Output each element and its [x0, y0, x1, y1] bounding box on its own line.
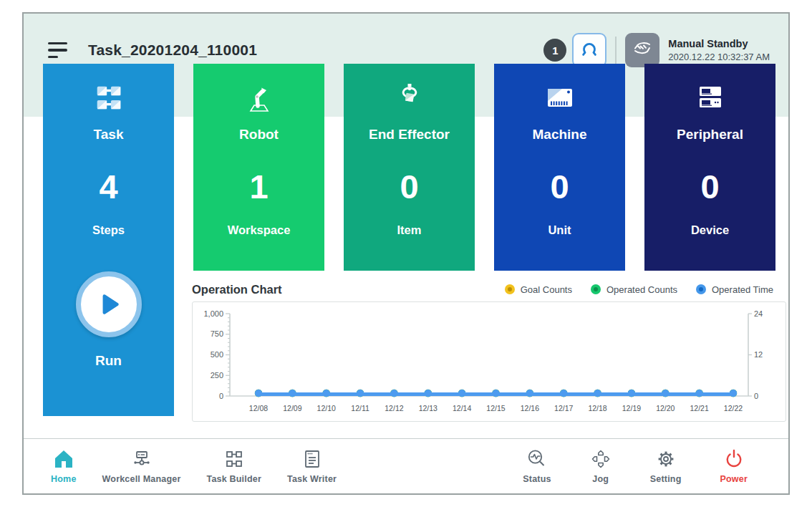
task-builder-icon [223, 448, 245, 470]
card-robot[interactable]: Robot 1 Workspace [193, 64, 324, 271]
task-steps-icon [92, 79, 125, 117]
nav-home[interactable]: Home [51, 448, 77, 484]
task-writer-icon [301, 448, 323, 470]
card-count: 0 [400, 170, 418, 203]
legend-operated-time: Operated Time [696, 284, 773, 295]
run-label: Run [95, 353, 122, 369]
svg-text:750: 750 [211, 329, 223, 338]
card-title: Task [94, 127, 124, 143]
chart-title: Operation Chart [192, 283, 282, 296]
card-title: Peripheral [677, 127, 743, 143]
card-unit: Device [691, 223, 729, 237]
svg-text:0: 0 [754, 392, 758, 400]
svg-text:12/14: 12/14 [453, 404, 471, 412]
play-icon [95, 291, 122, 318]
card-task[interactable]: Task 4 Steps Run [43, 64, 174, 416]
status-timestamp: 2020.12.22 10:32:37 AM [668, 52, 770, 63]
svg-text:12/13: 12/13 [419, 404, 438, 412]
power-icon [723, 448, 745, 470]
operation-chart-plot: 1,00075050025002412012/0812/0912/1012/11… [192, 301, 786, 422]
card-count: 0 [700, 170, 719, 203]
card-title: Machine [532, 127, 586, 143]
nav-jog[interactable]: Jog [590, 448, 612, 484]
jog-dpad-icon [590, 448, 612, 470]
nav-task-writer[interactable]: Task Writer [287, 448, 337, 484]
card-peripheral[interactable]: Peripheral 0 Device [644, 64, 775, 271]
header-divider [615, 37, 617, 64]
bottom-nav: Home Workcell Manager [24, 438, 788, 493]
svg-text:12/10: 12/10 [317, 404, 336, 412]
svg-text:1,000: 1,000 [203, 309, 223, 318]
legend-operated-counts: Operated Counts [591, 284, 677, 295]
gear-icon [655, 448, 677, 470]
card-unit: Item [397, 223, 422, 237]
svg-text:12: 12 [754, 350, 763, 359]
svg-text:12/15: 12/15 [486, 404, 505, 412]
nav-setting[interactable]: Setting [650, 448, 682, 484]
gripper-icon [579, 39, 600, 61]
status-pulse-icon [526, 448, 548, 470]
notification-badge: 1 [543, 39, 566, 62]
svg-text:12/17: 12/17 [554, 404, 573, 412]
svg-text:250: 250 [211, 371, 223, 380]
svg-text:12/11: 12/11 [351, 404, 369, 412]
nav-status[interactable]: Status [523, 448, 551, 484]
svg-text:12/19: 12/19 [622, 404, 641, 412]
svg-text:12/08: 12/08 [249, 404, 268, 412]
manual-mode-button[interactable] [625, 33, 659, 67]
peripheral-server-icon [692, 79, 728, 117]
workcell-manager-icon [131, 448, 153, 470]
card-count: 4 [99, 170, 117, 203]
card-unit: Unit [548, 223, 571, 237]
svg-text:12/16: 12/16 [521, 404, 539, 412]
svg-text:500: 500 [211, 350, 223, 359]
svg-text:12/12: 12/12 [385, 404, 403, 412]
run-button[interactable] [76, 271, 142, 337]
svg-text:24: 24 [754, 309, 763, 318]
card-unit: Steps [92, 223, 125, 237]
svg-text:12/21: 12/21 [690, 404, 709, 412]
card-title: Robot [239, 127, 279, 143]
svg-text:12/18: 12/18 [588, 404, 606, 412]
operated-counts-dot-icon [591, 284, 601, 294]
app-window: Task_20201204_110001 1 [22, 12, 790, 495]
card-unit: Workspace [228, 223, 291, 237]
goal-counts-dot-icon [505, 284, 515, 294]
legend-goal-counts: Goal Counts [505, 284, 572, 295]
home-icon [53, 448, 74, 470]
card-title: End Effector [369, 127, 450, 143]
nav-workcell-manager[interactable]: Workcell Manager [102, 448, 181, 484]
operated-time-dot-icon [696, 284, 706, 294]
nav-task-builder[interactable]: Task Builder [206, 448, 261, 484]
chart-legend: Goal Counts Operated Counts Operated Tim… [505, 284, 773, 295]
svg-text:12/22: 12/22 [724, 404, 743, 412]
card-end-effector[interactable]: End Effector 0 Item [344, 64, 475, 271]
end-effector-gripper-icon [392, 79, 427, 117]
card-count: 1 [249, 170, 268, 203]
hand-icon [630, 39, 654, 62]
svg-text:0: 0 [219, 392, 223, 400]
robot-mode-status: Manual Standby [668, 37, 770, 50]
card-machine[interactable]: Machine 0 Unit [494, 64, 625, 271]
nav-power[interactable]: Power [720, 448, 748, 484]
robot-arm-icon [241, 79, 277, 117]
menu-button[interactable] [48, 42, 69, 59]
card-count: 0 [550, 170, 569, 203]
page-title: Task_20201204_110001 [88, 42, 257, 59]
machine-icon [542, 79, 578, 117]
svg-text:12/09: 12/09 [283, 404, 301, 412]
gripper-button[interactable] [572, 33, 606, 67]
svg-text:12/20: 12/20 [656, 404, 675, 412]
